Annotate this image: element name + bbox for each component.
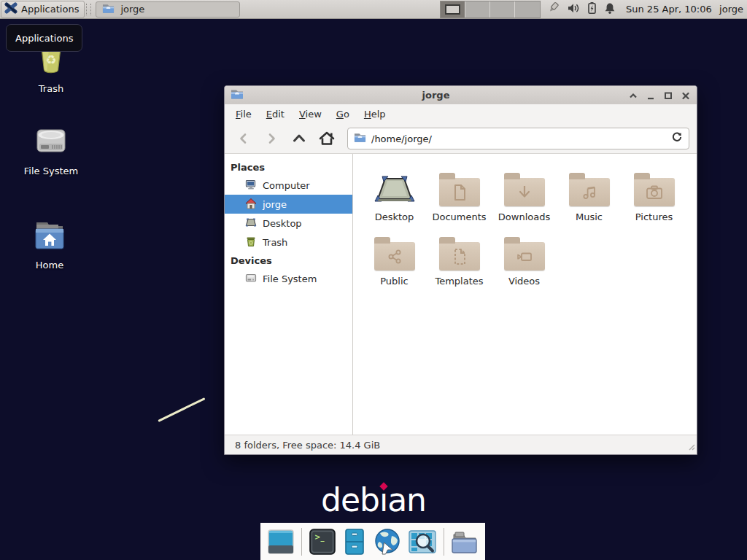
download-glyph [516,184,533,201]
clock[interactable]: Sun 25 Apr, 10:06 [626,0,712,19]
menu-file[interactable]: File [229,106,258,122]
window-folder-icon [231,88,244,103]
path-input[interactable] [371,133,666,144]
file-item-downloads[interactable]: Downloads [492,166,557,222]
sidebar-item-label: Desktop [263,218,302,229]
maximize-button[interactable] [663,90,673,101]
applications-menu-button[interactable]: Applications [1,1,85,18]
menu-help[interactable]: Help [357,106,392,122]
sidebar-item-label: jorge [263,199,287,210]
resize-grip[interactable] [686,442,695,453]
file-item-music[interactable]: Music [557,166,622,222]
file-label: Desktop [375,211,414,222]
window-titlebar[interactable]: jorge [225,86,697,104]
workspace-3[interactable] [490,1,515,18]
taskbar-window-button[interactable]: jorge [96,1,240,18]
workspace-pager [440,1,541,18]
pager-window [445,4,460,15]
app-finder-icon[interactable] [408,529,437,555]
notifications-bell-icon[interactable] [604,2,616,18]
svg-text:♻: ♻ [45,52,56,67]
desktop-icon-home[interactable]: Home [13,219,86,271]
show-desktop-icon[interactable] [266,528,295,556]
debian-wallpaper-logo: debıan [0,481,747,518]
home-icon [245,198,257,211]
up-button[interactable] [287,128,311,149]
dock-separator [444,528,444,556]
music-glyph [581,184,598,201]
panel-grip [86,4,91,15]
volume-icon[interactable] [567,2,580,18]
battery-icon[interactable] [587,1,597,18]
system-tray [546,0,616,19]
file-item-pictures[interactable]: Pictures [622,166,686,222]
xfce-logo-icon [4,1,18,17]
back-button[interactable] [232,128,255,149]
desktop-icon-label: File System [24,166,78,176]
dock-separator [301,528,302,556]
drive-icon [245,272,257,286]
menu-view[interactable]: View [293,106,328,122]
workspace-2[interactable] [465,1,490,18]
sidebar-header-places: Places [225,158,352,176]
menu-go[interactable]: Go [330,106,356,122]
home-button[interactable] [315,128,338,149]
minimize-button[interactable] [646,90,656,101]
path-folder-icon [354,132,366,146]
workspace-1[interactable] [441,1,465,18]
desktop-icon-label: Home [36,260,63,271]
folder-icon [569,178,610,206]
document-glyph [451,183,468,202]
utility-pen-icon[interactable] [546,1,560,18]
file-manager-folder-icon[interactable] [450,529,479,555]
file-item-documents[interactable]: Documents [427,166,492,222]
applications-tooltip: Applications [6,24,82,52]
desktop-special-icon [374,166,416,206]
desktop-icon-file-system[interactable]: File System [15,124,88,176]
stray-line-artifact [158,397,205,422]
home-folder-icon [32,219,67,254]
file-item-templates[interactable]: Templates [427,230,492,287]
sidebar-item-label: File System [263,273,317,284]
file-label: Pictures [635,211,673,222]
terminal-icon[interactable]: >_ [309,528,336,556]
folder-icon [439,242,480,271]
brand-text: deb [321,481,379,518]
window-title: jorge [244,90,628,101]
sidebar-item-trash[interactable]: Trash [225,233,352,252]
file-cabinet-icon[interactable] [342,528,367,556]
web-browser-icon[interactable] [373,527,402,556]
sidebar-item-computer[interactable]: Computer [225,176,352,195]
file-label: Templates [435,276,483,287]
sidebar: Places Computer jorge Desktop Trash Devi… [225,154,353,435]
sidebar-item-desktop[interactable]: Desktop [225,214,352,233]
panel-user-label: jorge [719,0,743,19]
sidebar-item-file-system[interactable]: File System [225,269,352,288]
close-button[interactable] [681,90,691,101]
menu-edit[interactable]: Edit [260,106,291,122]
sidebar-header-devices: Devices [225,252,352,269]
folder-icon [504,242,545,271]
video-glyph [515,248,534,265]
workspace-4[interactable] [515,1,540,18]
forward-button[interactable] [260,128,283,149]
top-panel: Applications jorge Sun 25 Apr, 10:06 jor… [0,0,747,19]
desktop-icon [245,217,257,230]
path-bar[interactable] [347,128,689,149]
folder-icon [439,178,480,206]
file-label: Videos [508,276,540,287]
desktop-icon-label: Trash [39,83,63,94]
file-item-videos[interactable]: Videos [492,230,557,287]
template-glyph [451,247,468,266]
file-label: Public [380,276,408,287]
file-manager-window: jorge File Edit View Go Help [224,85,697,455]
reload-icon[interactable] [671,131,683,146]
file-item-desktop[interactable]: Desktop [362,166,427,222]
file-label: Music [576,211,603,222]
file-item-public[interactable]: Public [362,230,427,287]
camera-glyph [645,184,664,201]
shade-button[interactable] [628,90,638,101]
status-text: 8 folders, Free space: 14.4 GiB [235,440,380,451]
sidebar-item-jorge[interactable]: jorge [225,195,352,214]
sidebar-item-label: Computer [263,180,310,191]
